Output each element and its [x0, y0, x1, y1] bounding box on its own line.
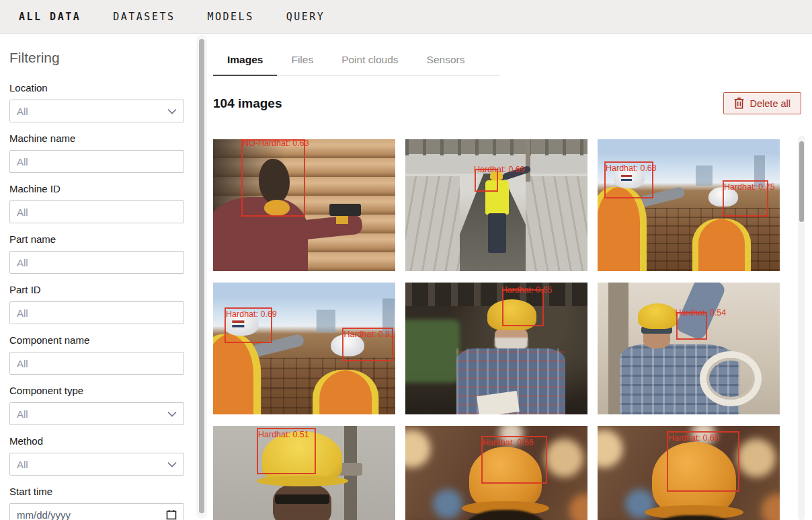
image-card[interactable]: Hardhat: 0.69 Hardhat: 0.81: [213, 283, 395, 414]
chevron-down-icon: [167, 461, 177, 468]
method-select[interactable]: All: [9, 453, 184, 476]
grid-scrollbar-thumb[interactable]: [799, 141, 804, 222]
image-card[interactable]: Hardhat: 0.68 Hardhat: 0.75: [598, 139, 780, 271]
photo-precast-factory: [405, 139, 587, 271]
detection-label: Hardhat: 0.65: [668, 433, 719, 443]
filter-label-part-name: Part name: [9, 233, 186, 245]
detection-box: NO-Hardhat: 0.63: [241, 139, 305, 217]
filter-label-component-name: Component name: [9, 334, 186, 346]
calendar-icon[interactable]: [166, 509, 177, 520]
detection-label: Hardhat: 0.65: [501, 285, 553, 295]
method-select-value: All: [17, 459, 167, 470]
part-name-input[interactable]: [9, 251, 184, 274]
image-card[interactable]: Hardhat: 0.69: [405, 139, 587, 271]
machine-id-input[interactable]: [9, 200, 184, 223]
photo-dark-workshop-engineer: [405, 283, 587, 414]
filter-label-part-id: Part ID: [9, 284, 186, 295]
detection-label: Hardhat: 0.81: [343, 330, 395, 339]
main-content: Images Files Point clouds Sensors 104 im…: [196, 34, 812, 520]
tab-files[interactable]: Files: [277, 51, 327, 76]
image-card[interactable]: Hardhat: 0.51: [213, 426, 395, 520]
location-select-value: All: [17, 106, 167, 117]
detection-label: Hardhat: 0.51: [258, 430, 309, 439]
filter-label-location: Location: [9, 82, 186, 94]
trash-icon: [734, 98, 744, 109]
nav-models[interactable]: MODELS: [208, 11, 254, 23]
image-card[interactable]: Hardhat: 0.54: [598, 283, 780, 414]
detection-box: Hardhat: 0.66: [481, 436, 547, 484]
nav-query[interactable]: QUERY: [286, 11, 325, 23]
chevron-down-icon: [167, 411, 177, 417]
filter-label-machine-name: Machine name: [9, 133, 186, 144]
tab-sensors[interactable]: Sensors: [413, 51, 479, 76]
detection-label: Hardhat: 0.69: [474, 165, 525, 174]
image-count: 104 images: [213, 96, 282, 111]
detection-box: Hardhat: 0.51: [257, 428, 316, 474]
tab-point-clouds[interactable]: Point clouds: [327, 51, 412, 76]
detection-box: Hardhat: 0.75: [723, 180, 768, 217]
detection-label: Hardhat: 0.66: [483, 438, 534, 447]
detection-label: NO-Hardhat: 0.63: [243, 139, 309, 148]
photo-electrician-cable: [598, 283, 780, 414]
detection-label: Hardhat: 0.69: [226, 309, 277, 319]
part-id-input[interactable]: [9, 301, 184, 324]
component-type-select-value: All: [17, 408, 167, 420]
start-time-date-input[interactable]: mm/dd/yyyy: [9, 503, 184, 520]
detection-label: Hardhat: 0.68: [606, 163, 657, 173]
filter-label-machine-id: Machine ID: [9, 183, 186, 194]
detection-box: Hardhat: 0.69: [225, 307, 272, 343]
detection-box: Hardhat: 0.68: [604, 161, 653, 198]
detection-box: Hardhat: 0.65: [667, 431, 739, 492]
filter-label-method: Method: [9, 435, 186, 447]
nav-all-data[interactable]: ALL DATA: [19, 11, 81, 23]
filter-label-start-time: Start time: [9, 486, 186, 497]
detection-box: Hardhat: 0.69: [475, 169, 498, 192]
filter-title: Filtering: [9, 50, 186, 66]
image-card[interactable]: NO-Hardhat: 0.63: [213, 139, 395, 271]
chevron-down-icon: [167, 108, 177, 114]
detection-box: Hardhat: 0.81: [342, 328, 393, 361]
top-navigation: ALL DATA DATASETS MODELS QUERY: [0, 0, 812, 34]
image-card[interactable]: Hardhat: 0.65: [598, 426, 780, 520]
image-card[interactable]: Hardhat: 0.65: [405, 283, 587, 414]
start-time-placeholder: mm/dd/yyyy: [17, 509, 166, 520]
component-name-input[interactable]: [9, 352, 184, 375]
detection-box: Hardhat: 0.54: [676, 312, 707, 340]
nav-datasets[interactable]: DATASETS: [113, 11, 175, 23]
filter-label-component-type: Component type: [9, 385, 186, 396]
detection-box: Hardhat: 0.65: [502, 289, 544, 326]
detection-label: Hardhat: 0.54: [676, 308, 727, 318]
detection-label: Hardhat: 0.75: [724, 182, 775, 192]
machine-name-input[interactable]: [9, 150, 184, 173]
content-tabs: Images Files Point clouds Sensors: [213, 51, 499, 76]
grid-scrollbar[interactable]: [798, 136, 805, 520]
location-select[interactable]: All: [9, 100, 184, 122]
image-grid: NO-Hardhat: 0.63 Hardhat: 0.69: [213, 139, 780, 520]
delete-all-label: Delete all: [750, 98, 790, 109]
component-type-select[interactable]: All: [9, 402, 184, 425]
image-card[interactable]: Hardhat: 0.66: [405, 426, 587, 520]
tab-images[interactable]: Images: [213, 51, 277, 76]
filter-sidebar: Filtering Location All Machine name Mach…: [0, 34, 196, 520]
delete-all-button[interactable]: Delete all: [723, 92, 801, 114]
